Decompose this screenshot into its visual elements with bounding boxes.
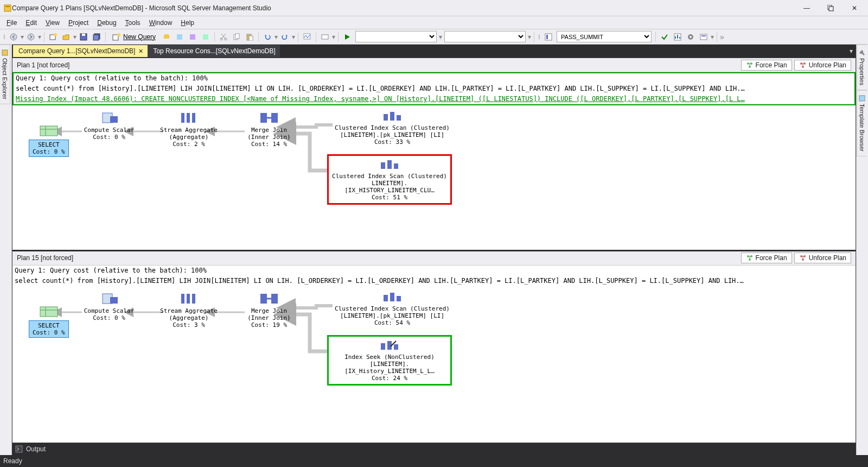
svg-rect-51 xyxy=(192,113,195,123)
tb-config-dropdown[interactable] xyxy=(355,31,437,42)
svg-rect-80 xyxy=(390,293,394,301)
svg-rect-56 xyxy=(397,115,401,121)
tb-cut-button[interactable] xyxy=(218,31,229,43)
object-explorer-tab[interactable]: Object Explorer xyxy=(0,45,10,104)
tab-dropdown-button[interactable]: ▾ xyxy=(846,47,856,55)
window-title: Compare Query 1 Plans [SQLvNextDemoDB] -… xyxy=(12,4,800,12)
svg-rect-32 xyxy=(700,34,707,40)
stream-aggregate-icon xyxy=(179,112,199,124)
tb-options-button[interactable] xyxy=(685,31,697,43)
force-plan-button-2[interactable]: Force Plan xyxy=(741,253,792,263)
unforce-plan-button-2[interactable]: Unforce Plan xyxy=(794,253,851,263)
tb-actmon-button[interactable] xyxy=(301,31,313,43)
plan2-seek-node[interactable]: Index Seek (NonClustered)[LINEITEM].[IX_… xyxy=(327,335,452,386)
minimize-button[interactable]: — xyxy=(800,3,814,14)
plan1-header: Plan 1 [not forced] Force Plan Unforce P… xyxy=(12,58,856,72)
tb-saveall-button[interactable] xyxy=(91,31,103,43)
properties-icon xyxy=(859,49,865,56)
left-sidebar: Object Explorer xyxy=(0,45,12,455)
plan2-aggregate-node[interactable]: Stream Aggregate(Aggregate)Cost: 3 % xyxy=(159,293,219,329)
svg-rect-69 xyxy=(40,307,58,317)
tb-redo-button[interactable] xyxy=(279,31,291,43)
svg-rect-28 xyxy=(546,35,548,39)
close-icon[interactable]: ✕ xyxy=(138,48,143,55)
menu-tools[interactable]: Tools xyxy=(121,18,145,28)
tb-undo-button[interactable] xyxy=(261,31,273,43)
menu-edit[interactable]: Edit xyxy=(21,18,41,28)
unforce-plan-button[interactable]: Unforce Plan xyxy=(794,60,851,71)
menu-window[interactable]: Window xyxy=(145,18,177,28)
tb-open-button[interactable] xyxy=(60,31,72,43)
plan1-aggregate-node[interactable]: Stream Aggregate(Aggregate)Cost: 2 % xyxy=(159,112,219,148)
plan2-select-node[interactable]: SELECTCost: 0 % xyxy=(29,306,69,338)
new-query-icon xyxy=(112,33,121,41)
plan1-merge-node[interactable]: Merge Join(Inner Join)Cost: 14 % xyxy=(245,112,293,148)
plan2-header: Plan 15 [not forced] Force Plan Unforce … xyxy=(12,251,856,266)
template-browser-tab[interactable]: Template Browser xyxy=(857,90,867,156)
svg-rect-74 xyxy=(181,294,184,304)
tb-find-button[interactable] xyxy=(319,31,331,43)
tb-copy-button[interactable] xyxy=(231,31,242,43)
tb-forward-button[interactable] xyxy=(25,31,37,43)
svg-rect-17 xyxy=(190,34,195,40)
clustered-index-scan-icon xyxy=(380,158,399,170)
menu-bar: File Edit View Project Debug Tools Windo… xyxy=(0,16,868,29)
properties-tab[interactable]: Properties xyxy=(857,45,867,90)
svg-rect-78 xyxy=(271,294,278,304)
svg-rect-52 xyxy=(260,113,267,123)
tb-estplan-button[interactable] xyxy=(672,31,684,43)
menu-project[interactable]: Project xyxy=(64,18,93,28)
select-icon xyxy=(39,125,59,137)
tab-compare-query[interactable]: Compare Query 1...[SQLvNextDemoDB]✕ xyxy=(13,45,148,57)
menu-view[interactable]: View xyxy=(41,18,64,28)
new-query-button[interactable]: New Query xyxy=(108,31,159,43)
svg-rect-11 xyxy=(93,35,99,40)
svg-rect-82 xyxy=(381,343,385,350)
plan1-diagram[interactable]: SELECTCost: 0 % Compute ScalarCost: 0 % … xyxy=(12,105,856,250)
tb-parse-button[interactable] xyxy=(659,31,671,43)
force-plan-icon xyxy=(746,254,754,262)
svg-rect-73 xyxy=(110,297,118,304)
tb-start-button[interactable] xyxy=(341,31,353,43)
plan2-scan1-node[interactable]: Clustered Index Scan (Clustered)[LINEITE… xyxy=(333,291,452,326)
compute-scalar-icon xyxy=(99,293,119,305)
maximize-button[interactable] xyxy=(824,3,838,14)
tb-paste-button[interactable] xyxy=(244,31,256,43)
output-tab[interactable]: Output xyxy=(12,443,856,455)
plan2-compute-node[interactable]: Compute ScalarCost: 0 % xyxy=(82,293,136,321)
svg-rect-18 xyxy=(203,34,208,40)
tb-editor-btn[interactable] xyxy=(542,31,554,43)
svg-point-4 xyxy=(10,34,17,40)
tb-include-button[interactable] xyxy=(698,31,710,43)
template-browser-icon xyxy=(859,95,865,102)
svg-rect-1 xyxy=(5,6,10,7)
tb-xmla-button[interactable] xyxy=(200,31,212,43)
plan1-scan2-node[interactable]: Clustered Index Scan (Clustered)LINEITEM… xyxy=(327,154,452,205)
tb-dmx-button[interactable] xyxy=(187,31,199,43)
menu-help[interactable]: Help xyxy=(176,18,199,28)
plan1-missing-index[interactable]: Missing Index (Impact 48.6606): CREATE N… xyxy=(14,94,854,104)
plan1-select-node[interactable]: SELECTCost: 0 % xyxy=(29,125,69,157)
menu-debug[interactable]: Debug xyxy=(93,18,120,28)
plan1-scan1-node[interactable]: Clustered Index Scan (Clustered)[LINEITE… xyxy=(333,110,452,146)
close-button[interactable]: ✕ xyxy=(847,3,861,14)
menu-file[interactable]: File xyxy=(2,18,21,28)
tb-back-button[interactable] xyxy=(8,31,20,43)
clustered-index-scan-icon xyxy=(382,110,402,122)
tb-new-project-button[interactable] xyxy=(47,31,59,43)
object-explorer-icon xyxy=(2,49,8,56)
tb-db-engine-button[interactable] xyxy=(161,31,173,43)
stream-aggregate-icon xyxy=(179,293,199,305)
plan1-compute-node[interactable]: Compute ScalarCost: 0 % xyxy=(82,112,136,141)
database-selector[interactable]: PASS_SUMMIT xyxy=(557,31,652,42)
tb-save-button[interactable] xyxy=(78,31,90,43)
force-plan-button[interactable]: Force Plan xyxy=(741,60,792,71)
svg-rect-75 xyxy=(187,294,190,304)
svg-rect-25 xyxy=(304,34,310,39)
plan2-diagram[interactable]: SELECTCost: 0 % Compute ScalarCost: 0 % … xyxy=(12,286,856,443)
document-tabs: Compare Query 1...[SQLvNextDemoDB]✕ Top … xyxy=(12,45,856,58)
tab-top-resource[interactable]: Top Resource Cons...[SQLvNextDemoDB] xyxy=(148,45,279,57)
tb-as-button[interactable] xyxy=(174,31,186,43)
plan2-merge-node[interactable]: Merge Join(Inner Join)Cost: 19 % xyxy=(245,293,293,329)
tb-config2-dropdown[interactable] xyxy=(444,31,526,42)
